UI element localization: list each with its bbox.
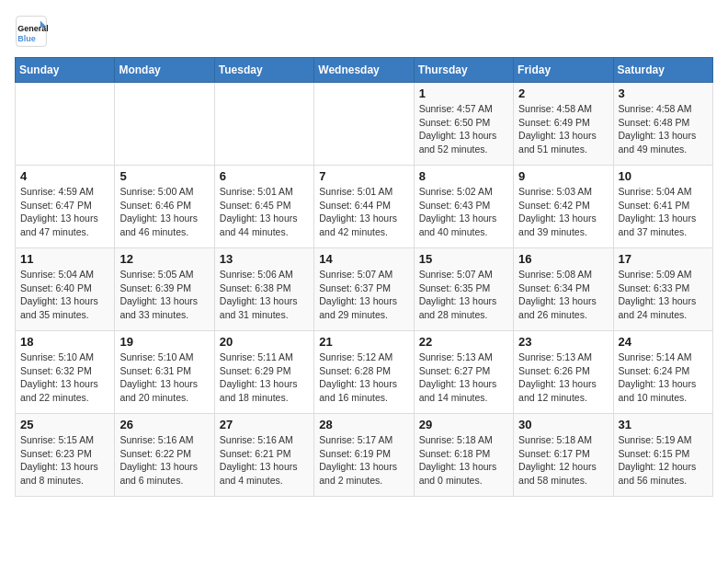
calendar-cell: 30Sunrise: 5:18 AM Sunset: 6:17 PM Dayli…: [514, 414, 613, 497]
header-day-wednesday: Wednesday: [314, 58, 414, 83]
calendar-cell: 9Sunrise: 5:03 AM Sunset: 6:42 PM Daylig…: [514, 166, 613, 248]
day-info: Sunrise: 4:57 AM Sunset: 6:50 PM Dayligh…: [419, 102, 508, 156]
day-number: 21: [319, 335, 408, 349]
calendar-cell: 10Sunrise: 5:04 AM Sunset: 6:41 PM Dayli…: [613, 166, 712, 248]
day-number: 15: [419, 252, 508, 266]
day-number: 10: [619, 169, 708, 183]
header-day-tuesday: Tuesday: [214, 58, 313, 83]
calendar-cell: 24Sunrise: 5:14 AM Sunset: 6:24 PM Dayli…: [613, 331, 712, 414]
calendar-cell: 12Sunrise: 5:05 AM Sunset: 6:39 PM Dayli…: [115, 248, 214, 331]
calendar-cell: [214, 83, 313, 166]
day-number: 12: [119, 252, 209, 266]
day-info: Sunrise: 5:02 AM Sunset: 6:43 PM Dayligh…: [419, 185, 508, 239]
day-number: 1: [419, 86, 508, 100]
calendar-cell: 29Sunrise: 5:18 AM Sunset: 6:18 PM Dayli…: [414, 414, 513, 497]
logo: General Blue: [15, 15, 48, 48]
calendar-cell: 2Sunrise: 4:58 AM Sunset: 6:49 PM Daylig…: [514, 83, 613, 166]
logo-icon: General Blue: [15, 15, 48, 48]
calendar-cell: 27Sunrise: 5:16 AM Sunset: 6:21 PM Dayli…: [214, 414, 313, 497]
day-number: 6: [220, 169, 309, 183]
day-number: 16: [518, 252, 608, 266]
header-day-saturday: Saturday: [613, 58, 712, 83]
calendar-cell: 17Sunrise: 5:09 AM Sunset: 6:33 PM Dayli…: [613, 248, 712, 331]
day-number: 19: [119, 335, 209, 349]
calendar-week-4: 18Sunrise: 5:10 AM Sunset: 6:32 PM Dayli…: [16, 331, 713, 414]
svg-text:Blue: Blue: [17, 34, 36, 43]
calendar-cell: 20Sunrise: 5:11 AM Sunset: 6:29 PM Dayli…: [214, 331, 313, 414]
day-number: 25: [20, 418, 109, 431]
calendar-cell: 5Sunrise: 5:00 AM Sunset: 6:46 PM Daylig…: [115, 166, 214, 248]
day-number: 28: [319, 418, 408, 431]
calendar-body: 1Sunrise: 4:57 AM Sunset: 6:50 PM Daylig…: [16, 83, 713, 497]
day-info: Sunrise: 5:11 AM Sunset: 6:29 PM Dayligh…: [220, 350, 309, 405]
day-number: 11: [20, 252, 109, 266]
day-number: 7: [319, 169, 408, 183]
day-number: 8: [419, 169, 508, 183]
day-info: Sunrise: 5:12 AM Sunset: 6:28 PM Dayligh…: [319, 350, 408, 405]
calendar-cell: 23Sunrise: 5:13 AM Sunset: 6:26 PM Dayli…: [514, 331, 613, 414]
calendar-cell: 31Sunrise: 5:19 AM Sunset: 6:15 PM Dayli…: [613, 414, 712, 497]
day-number: 23: [518, 335, 608, 349]
day-number: 24: [619, 335, 708, 349]
day-info: Sunrise: 5:04 AM Sunset: 6:41 PM Dayligh…: [619, 185, 708, 239]
calendar-cell: 26Sunrise: 5:16 AM Sunset: 6:22 PM Dayli…: [115, 414, 214, 497]
day-number: 31: [619, 418, 708, 431]
day-info: Sunrise: 5:10 AM Sunset: 6:31 PM Dayligh…: [119, 350, 209, 405]
day-info: Sunrise: 5:05 AM Sunset: 6:39 PM Dayligh…: [119, 268, 209, 322]
calendar-cell: [16, 83, 115, 166]
calendar-cell: [115, 83, 214, 166]
calendar-week-2: 4Sunrise: 4:59 AM Sunset: 6:47 PM Daylig…: [16, 166, 713, 248]
calendar-cell: 3Sunrise: 4:58 AM Sunset: 6:48 PM Daylig…: [613, 83, 712, 166]
calendar-cell: 14Sunrise: 5:07 AM Sunset: 6:37 PM Dayli…: [314, 248, 414, 331]
day-number: 20: [220, 335, 309, 349]
day-info: Sunrise: 5:15 AM Sunset: 6:23 PM Dayligh…: [20, 433, 109, 488]
day-info: Sunrise: 5:14 AM Sunset: 6:24 PM Dayligh…: [619, 350, 708, 405]
day-info: Sunrise: 4:59 AM Sunset: 6:47 PM Dayligh…: [20, 185, 109, 239]
calendar-cell: 19Sunrise: 5:10 AM Sunset: 6:31 PM Dayli…: [115, 331, 214, 414]
day-number: 27: [220, 418, 309, 431]
calendar-table: SundayMondayTuesdayWednesdayThursdayFrid…: [15, 57, 713, 497]
day-number: 9: [518, 169, 608, 183]
day-info: Sunrise: 5:01 AM Sunset: 6:45 PM Dayligh…: [220, 185, 309, 239]
day-number: 17: [619, 252, 708, 266]
day-info: Sunrise: 5:07 AM Sunset: 6:35 PM Dayligh…: [419, 268, 508, 322]
calendar-cell: 25Sunrise: 5:15 AM Sunset: 6:23 PM Dayli…: [16, 414, 115, 497]
day-info: Sunrise: 4:58 AM Sunset: 6:48 PM Dayligh…: [619, 102, 708, 156]
day-info: Sunrise: 5:13 AM Sunset: 6:26 PM Dayligh…: [518, 350, 608, 405]
calendar-header: SundayMondayTuesdayWednesdayThursdayFrid…: [16, 58, 713, 83]
day-number: 4: [20, 169, 109, 183]
header-row: SundayMondayTuesdayWednesdayThursdayFrid…: [16, 58, 713, 83]
calendar-cell: 22Sunrise: 5:13 AM Sunset: 6:27 PM Dayli…: [414, 331, 513, 414]
calendar-cell: 6Sunrise: 5:01 AM Sunset: 6:45 PM Daylig…: [214, 166, 313, 248]
day-info: Sunrise: 5:08 AM Sunset: 6:34 PM Dayligh…: [518, 268, 608, 322]
calendar-cell: 1Sunrise: 4:57 AM Sunset: 6:50 PM Daylig…: [414, 83, 513, 166]
header-day-friday: Friday: [514, 58, 613, 83]
day-number: 14: [319, 252, 408, 266]
day-info: Sunrise: 5:17 AM Sunset: 6:19 PM Dayligh…: [319, 433, 408, 488]
day-number: 29: [419, 418, 508, 431]
day-info: Sunrise: 5:04 AM Sunset: 6:40 PM Dayligh…: [20, 268, 109, 322]
calendar-cell: 13Sunrise: 5:06 AM Sunset: 6:38 PM Dayli…: [214, 248, 313, 331]
day-number: 13: [220, 252, 309, 266]
calendar-week-3: 11Sunrise: 5:04 AM Sunset: 6:40 PM Dayli…: [16, 248, 713, 331]
day-number: 18: [20, 335, 109, 349]
header-day-monday: Monday: [115, 58, 214, 83]
day-info: Sunrise: 5:16 AM Sunset: 6:22 PM Dayligh…: [119, 433, 209, 488]
day-info: Sunrise: 5:10 AM Sunset: 6:32 PM Dayligh…: [20, 350, 109, 405]
day-number: 2: [518, 86, 608, 100]
day-number: 3: [619, 86, 708, 100]
day-info: Sunrise: 5:18 AM Sunset: 6:18 PM Dayligh…: [419, 433, 508, 488]
day-info: Sunrise: 5:07 AM Sunset: 6:37 PM Dayligh…: [319, 268, 408, 322]
day-info: Sunrise: 5:13 AM Sunset: 6:27 PM Dayligh…: [419, 350, 508, 405]
day-info: Sunrise: 5:16 AM Sunset: 6:21 PM Dayligh…: [220, 433, 309, 488]
calendar-cell: 7Sunrise: 5:01 AM Sunset: 6:44 PM Daylig…: [314, 166, 414, 248]
day-info: Sunrise: 5:18 AM Sunset: 6:17 PM Dayligh…: [518, 433, 608, 488]
calendar-cell: 18Sunrise: 5:10 AM Sunset: 6:32 PM Dayli…: [16, 331, 115, 414]
day-info: Sunrise: 5:09 AM Sunset: 6:33 PM Dayligh…: [619, 268, 708, 322]
day-info: Sunrise: 5:01 AM Sunset: 6:44 PM Dayligh…: [319, 185, 408, 239]
day-info: Sunrise: 5:03 AM Sunset: 6:42 PM Dayligh…: [518, 185, 608, 239]
header-day-sunday: Sunday: [16, 58, 115, 83]
calendar-cell: 4Sunrise: 4:59 AM Sunset: 6:47 PM Daylig…: [16, 166, 115, 248]
day-info: Sunrise: 5:19 AM Sunset: 6:15 PM Dayligh…: [619, 433, 708, 488]
header-day-thursday: Thursday: [414, 58, 513, 83]
